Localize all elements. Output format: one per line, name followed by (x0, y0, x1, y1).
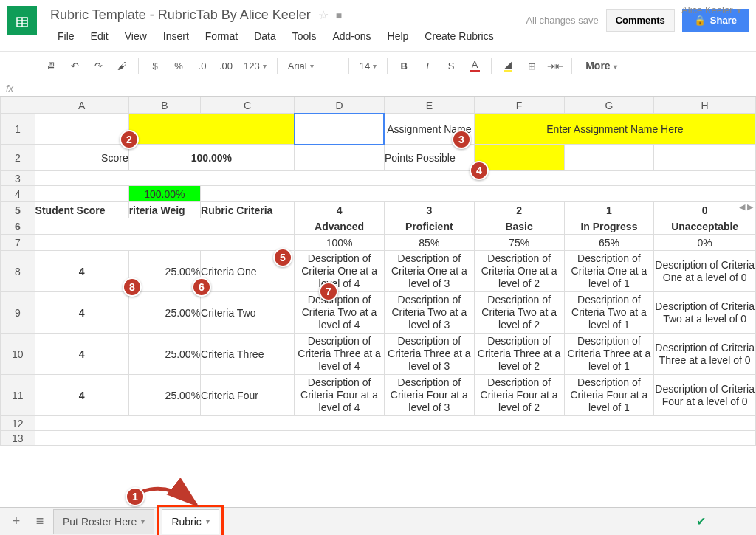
cell-H6[interactable]: Unacceptable (654, 218, 756, 235)
row-header[interactable]: 10 (1, 334, 35, 375)
scroll-right-icon[interactable]: ◀ ▶ (739, 202, 753, 212)
cell-B5[interactable]: riteria Weig (128, 202, 200, 218)
cell-score[interactable]: 4 (35, 292, 128, 334)
row-header[interactable]: 12 (1, 416, 35, 431)
cell-empty[interactable] (35, 431, 755, 446)
format-select[interactable]: 123 ▾ (239, 55, 271, 76)
comments-button[interactable]: Comments (606, 9, 675, 32)
col-header-F[interactable]: F (474, 97, 564, 114)
merge-button[interactable]: ⇥⇤ (545, 55, 566, 76)
text-color-button[interactable]: A (464, 55, 485, 76)
cell-B4[interactable]: 100.00% (128, 186, 200, 202)
cell-row3[interactable] (35, 171, 755, 186)
menu-insert[interactable]: Insert (156, 27, 196, 45)
cell-desc-2[interactable]: Description of Criteria Three at a level… (474, 334, 564, 375)
italic-button[interactable]: I (417, 55, 438, 76)
col-header-B[interactable]: B (128, 97, 200, 114)
strike-button[interactable]: S (441, 55, 461, 76)
row-header[interactable]: 13 (1, 431, 35, 446)
cell-desc-1[interactable]: Description of Criteria Two at a level o… (564, 292, 654, 334)
cell-desc-2[interactable]: Description of Criteria One at a level o… (474, 251, 564, 292)
cell-desc-4[interactable]: Description of Criteria Four at a level … (295, 375, 385, 416)
col-header-A[interactable]: A (35, 97, 128, 114)
percent-icon[interactable]: % (168, 55, 189, 76)
row-header[interactable]: 7 (1, 235, 35, 251)
cell-A7-C7[interactable] (35, 235, 295, 251)
inc-decimal-icon[interactable]: .00 (216, 55, 236, 76)
font-select[interactable]: Arial ▾ (284, 55, 343, 76)
cell-H2[interactable] (654, 145, 756, 171)
menu-add-ons[interactable]: Add-ons (325, 27, 378, 45)
cell-desc-2[interactable]: Description of Criteria Two at a level o… (474, 292, 564, 334)
cell-desc-3[interactable]: Description of Criteria Two at a level o… (384, 292, 474, 334)
dec-decimal-icon[interactable]: .0 (192, 55, 213, 76)
borders-button[interactable]: ⊞ (521, 55, 542, 76)
cell-F6[interactable]: Basic (474, 218, 564, 235)
col-header-C[interactable]: C (201, 97, 295, 114)
row-header[interactable]: 3 (1, 171, 35, 186)
document-title[interactable]: Rubric Template - RubricTab By Alice Kee… (50, 7, 311, 23)
sheets-logo[interactable] (7, 6, 37, 35)
cell-desc-1[interactable]: Description of Criteria Three at a level… (564, 334, 654, 375)
cell-D5[interactable]: 4 (295, 202, 385, 218)
cell-E5[interactable]: 3 (384, 202, 474, 218)
col-header-D[interactable]: D (295, 97, 385, 114)
cell-desc-3[interactable]: Description of Criteria Four at a level … (384, 375, 474, 416)
row-header[interactable]: 11 (1, 375, 35, 416)
col-header-G[interactable]: G (564, 97, 654, 114)
cell-B2-C2[interactable]: 100.00% (128, 145, 295, 171)
undo-icon[interactable]: ↶ (64, 55, 85, 76)
cell-desc-0[interactable]: Description of Criteria Three at a level… (654, 334, 756, 375)
menu-tools[interactable]: Tools (285, 27, 324, 45)
corner-cell[interactable] (1, 97, 35, 114)
cell-desc-4[interactable]: Description of Criteria Two at a level o… (295, 292, 385, 334)
cell-A1[interactable] (35, 114, 128, 145)
cell-criteria-name[interactable]: Criteria Four (201, 375, 295, 416)
row-header[interactable]: 4 (1, 186, 35, 202)
col-header-E[interactable]: E (384, 97, 474, 114)
row-header[interactable]: 1 (1, 114, 35, 145)
cell-desc-3[interactable]: Description of Criteria One at a level o… (384, 251, 474, 292)
menu-data[interactable]: Data (247, 27, 284, 45)
cell-G2[interactable] (564, 145, 654, 171)
cell-D6[interactable]: Advanced (295, 218, 385, 235)
col-header-H[interactable]: H (654, 97, 756, 114)
cell-F1-H1[interactable]: Enter Assignment Name Here (474, 114, 755, 145)
cell-G5[interactable]: 1 (564, 202, 654, 218)
cell-weight[interactable]: 25.00% (128, 375, 200, 416)
paint-format-icon[interactable]: 🖌 (111, 55, 132, 76)
cell-desc-2[interactable]: Description of Criteria Four at a level … (474, 375, 564, 416)
cell-desc-0[interactable]: Description of Criteria One at a level o… (654, 251, 756, 292)
add-sheet-button[interactable]: + (6, 511, 27, 532)
menu-help[interactable]: Help (380, 27, 416, 45)
cell-desc-3[interactable]: Description of Criteria Three at a level… (384, 334, 474, 375)
account-name[interactable]: Alice Keeler (681, 4, 732, 15)
cell-B1-C1[interactable] (128, 114, 295, 145)
cell-A4[interactable] (35, 186, 128, 202)
row-header[interactable]: 2 (1, 145, 35, 171)
cell-score[interactable]: 4 (35, 375, 128, 416)
cell-desc-4[interactable]: Description of Criteria Three at a level… (295, 334, 385, 375)
folder-icon[interactable]: ■ (336, 10, 342, 21)
fill-color-button[interactable]: ◢ (498, 55, 518, 76)
currency-icon[interactable]: $ (145, 55, 165, 76)
cell-A2[interactable]: Score (35, 145, 128, 171)
cell-score[interactable]: 4 (35, 334, 128, 375)
cell-weight[interactable]: 25.00% (128, 292, 200, 334)
cell-weight[interactable]: 25.00% (128, 334, 200, 375)
cell-desc-1[interactable]: Description of Criteria One at a level o… (564, 251, 654, 292)
cell-desc-1[interactable]: Description of Criteria Four at a level … (564, 375, 654, 416)
cell-desc-0[interactable]: Description of Criteria Four at a level … (654, 375, 756, 416)
row-header[interactable]: 6 (1, 218, 35, 235)
more-button[interactable]: More ▾ (578, 60, 624, 72)
font-size-select[interactable]: 14 ▾ (355, 55, 381, 76)
cell-A5[interactable]: Student Score (35, 202, 128, 218)
cell-E7[interactable]: 85% (384, 235, 474, 251)
row-header[interactable]: 9 (1, 292, 35, 334)
cell-rest4[interactable] (201, 186, 756, 202)
row-header[interactable]: 8 (1, 251, 35, 292)
cell-desc-4[interactable]: Description of Criteria One at a level o… (295, 251, 385, 292)
row-header[interactable]: 5 (1, 202, 35, 218)
account-chevron-icon[interactable]: ▼ (735, 7, 743, 15)
bold-button[interactable]: B (394, 55, 414, 76)
